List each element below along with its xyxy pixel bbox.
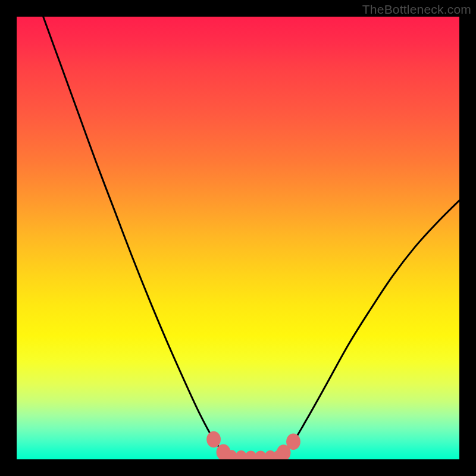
left-curve [43,17,225,454]
outer-frame: TheBottleneck.com [0,0,476,476]
curve-layer [17,17,459,459]
right-curve [282,201,459,454]
left-bead-upper [206,431,221,447]
watermark-text: TheBottleneck.com [362,2,471,17]
bead-markers [206,431,300,459]
plot-area [17,17,459,459]
